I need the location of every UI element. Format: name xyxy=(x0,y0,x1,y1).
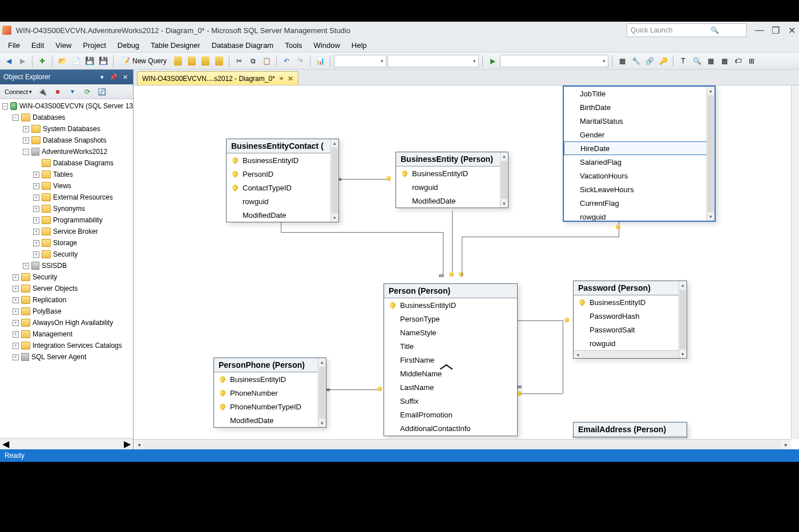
table-column-row[interactable]: Title xyxy=(384,339,517,353)
solution-combo[interactable]: ▾ xyxy=(334,55,386,67)
properties-button[interactable] xyxy=(629,55,642,67)
table-column-row[interactable]: Suffix xyxy=(384,394,517,408)
table-column-row[interactable]: PasswordHash xyxy=(574,309,687,323)
tree-management[interactable]: +Management xyxy=(0,328,133,340)
tree-views[interactable]: +Views xyxy=(0,180,133,192)
new-project-button[interactable] xyxy=(36,55,49,67)
tree-agent[interactable]: +SQL Server Agent xyxy=(0,351,133,363)
table-vscroll[interactable]: ▴▾ xyxy=(500,152,508,208)
filter-button[interactable] xyxy=(66,86,79,98)
table-column-row[interactable]: PersonID xyxy=(227,167,338,181)
table-column-row[interactable]: Gender xyxy=(564,128,715,141)
new-query-button[interactable]: 📝 New Query xyxy=(117,55,171,67)
panel-close-button[interactable]: ✕ xyxy=(120,72,130,82)
menu-project[interactable]: Project xyxy=(77,41,111,50)
tree-security[interactable]: +Security xyxy=(0,271,133,283)
undo-button[interactable] xyxy=(280,55,293,67)
table-column-row[interactable]: MiddleName xyxy=(384,367,517,380)
table-password[interactable]: Password (Person) BusinessEntityIDPasswo… xyxy=(573,281,687,359)
table-vscroll[interactable]: ▴▾ xyxy=(679,281,687,358)
tree-service-broker[interactable]: +Service Broker xyxy=(0,226,133,237)
activity-button[interactable]: 📊 xyxy=(314,55,326,67)
canvas-vscroll[interactable] xyxy=(791,86,799,439)
open-button[interactable]: 📂 xyxy=(56,55,68,67)
minimize-button[interactable]: — xyxy=(754,25,765,35)
table-column-row[interactable]: rowguid xyxy=(396,180,508,194)
menu-file[interactable]: File xyxy=(2,41,26,50)
add-table-button[interactable]: ▦ xyxy=(704,55,717,67)
key-button[interactable]: 🔑 xyxy=(657,55,669,67)
table-column-row[interactable]: ModifiedDate xyxy=(227,208,338,222)
cut-button[interactable] xyxy=(233,55,245,67)
table-businessentitycontact[interactable]: BusinessEntityContact ( BusinessEntityID… xyxy=(226,139,339,222)
tree-polybase[interactable]: +PolyBase xyxy=(0,306,133,317)
menu-debug[interactable]: Debug xyxy=(112,41,145,50)
table-column-row[interactable]: ModifiedDate xyxy=(214,413,326,427)
tree-alwayson[interactable]: +AlwaysOn High Availability xyxy=(0,317,133,328)
tree-programmability[interactable]: +Programmability xyxy=(0,214,133,226)
db-engine-query-button[interactable] xyxy=(172,55,184,67)
tree-server-node[interactable]: −WIN-O43S00EVCVN (SQL Server 13 xyxy=(0,100,133,112)
table-column-row[interactable]: BusinessEntityID xyxy=(227,153,338,167)
tree-synonyms[interactable]: +Synonyms xyxy=(0,203,133,214)
autosize-button[interactable]: ⊞ xyxy=(745,55,758,67)
table-personphone[interactable]: PersonPhone (Person) BusinessEntityIDPho… xyxy=(213,358,326,428)
zoom-button[interactable]: 🔍 xyxy=(691,55,703,67)
tree-system-databases[interactable]: +System Databases xyxy=(0,123,133,135)
analysis-query-button[interactable] xyxy=(185,55,198,67)
tab-close-button[interactable]: ✕ xyxy=(288,75,293,83)
object-explorer-tree[interactable]: −WIN-O43S00EVCVN (SQL Server 13 −Databas… xyxy=(0,99,133,438)
table-column-row[interactable]: JobTitle xyxy=(564,87,715,100)
table-column-row[interactable]: CurrentFlag xyxy=(564,196,715,210)
disconnect-button[interactable]: 🔌 xyxy=(37,86,49,98)
table-column-row[interactable]: MaritalStatus xyxy=(564,114,715,128)
dmx-query-button[interactable] xyxy=(213,55,225,67)
tree-adventureworks[interactable]: −AdventureWorks2012 xyxy=(0,146,133,157)
sync-button[interactable]: 🔄 xyxy=(96,86,108,98)
table-column-row[interactable]: NameStyle xyxy=(384,326,517,339)
mdx-query-button[interactable] xyxy=(199,55,212,67)
start-button[interactable]: ▶ xyxy=(486,55,499,67)
find-combo[interactable]: ▾ xyxy=(500,55,608,67)
menu-edit[interactable]: Edit xyxy=(26,41,50,50)
table-column-row[interactable]: BusinessEntityID xyxy=(574,295,687,309)
diagram-canvas[interactable]: ∞ ∞ ∞ xyxy=(134,86,799,449)
text-button[interactable]: T xyxy=(677,55,689,67)
tree-ssisdb[interactable]: +SSISDB xyxy=(0,260,133,271)
paste-button[interactable] xyxy=(260,55,273,67)
save-button[interactable] xyxy=(83,55,96,67)
table-column-row[interactable]: ModifiedDate xyxy=(396,194,508,208)
table-column-row[interactable]: AdditionalContactInfo xyxy=(384,421,517,435)
tree-tables[interactable]: +Tables xyxy=(0,169,133,180)
table-emailaddress[interactable]: EmailAddress (Person) xyxy=(573,422,687,438)
table-column-row[interactable]: BirthDate xyxy=(564,100,715,114)
table-column-row[interactable]: rowguid xyxy=(564,210,715,222)
tree-isc[interactable]: +Integration Services Catalogs xyxy=(0,340,133,351)
table-person[interactable]: Person (Person) BusinessEntityIDPersonTy… xyxy=(384,283,518,436)
panel-pin-button[interactable]: 📌 xyxy=(109,72,118,82)
menu-tools[interactable]: Tools xyxy=(279,41,308,50)
menu-window[interactable]: Window xyxy=(308,41,346,50)
table-view-button[interactable] xyxy=(616,55,628,67)
table-hscroll[interactable]: ◂▸ xyxy=(574,350,687,358)
tree-storage[interactable]: +Storage xyxy=(0,237,133,249)
table-column-row[interactable]: PhoneNumber xyxy=(214,386,326,400)
tree-replication[interactable]: +Replication xyxy=(0,294,133,306)
table-column-row[interactable]: FirstName xyxy=(384,353,517,367)
copy-button[interactable] xyxy=(247,55,259,67)
show-labels-button[interactable]: 🏷 xyxy=(732,55,744,67)
canvas-hscroll[interactable]: ◂▸ xyxy=(134,439,791,449)
panel-dropdown-button[interactable]: ▾ xyxy=(98,72,107,82)
table-column-row[interactable]: ▶HireDate xyxy=(564,141,715,155)
redo-button[interactable] xyxy=(294,55,306,67)
add-related-button[interactable]: ▦ xyxy=(718,55,731,67)
tree-security-db[interactable]: +Security xyxy=(0,249,133,260)
refresh-button[interactable] xyxy=(81,86,94,98)
restore-button[interactable]: ❐ xyxy=(770,25,781,35)
close-button[interactable]: ✕ xyxy=(786,25,797,35)
table-vscroll[interactable]: ▴▾ xyxy=(707,87,715,221)
nav-back-button[interactable] xyxy=(2,55,15,67)
open-file-button[interactable]: 📄 xyxy=(70,55,82,67)
table-column-row[interactable]: BusinessEntityID xyxy=(214,372,326,386)
table-column-row[interactable]: rowguid xyxy=(574,336,687,350)
